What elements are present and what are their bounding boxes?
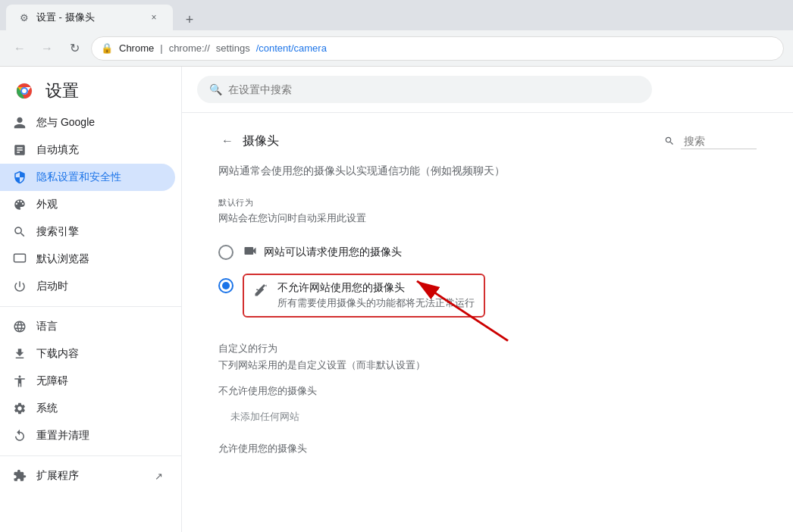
autofill-icon — [12, 142, 27, 158]
sidebar-item-label: 默认浏览器 — [36, 252, 89, 266]
sidebar-item-label: 扩展程序 — [36, 469, 79, 483]
default-behavior-section: 默认行为 网站会在您访问时自动采用此设置 网站可以请求使用您的摄像头 — [218, 197, 757, 324]
sidebar-item-default-browser[interactable]: 默认浏览器 — [0, 246, 175, 273]
allowed-sites-title: 允许使用您的摄像头 — [218, 442, 757, 455]
settings-search-box[interactable]: 🔍 — [197, 76, 652, 103]
camera-description: 网站通常会使用您的摄像头以实现通信功能（例如视频聊天） — [218, 163, 757, 179]
tab-title: 设置 - 摄像头 — [36, 11, 141, 24]
languages-icon — [12, 319, 27, 334]
default-browser-icon — [12, 252, 27, 267]
allowed-sites-section: 允许使用您的摄像头 — [218, 442, 757, 455]
sidebar-item-google-account[interactable]: 您与 Google — [0, 109, 175, 136]
privacy-icon — [12, 170, 27, 185]
sidebar-item-extensions[interactable]: 扩展程序 ↗ — [0, 462, 175, 490]
sidebar-item-system[interactable]: 系统 — [0, 395, 175, 422]
blocked-sites-title: 不允许使用您的摄像头 — [218, 384, 757, 398]
block-option-box: 不允许网站使用您的摄像头 所有需要使用摄像头的功能都将无法正常运行 — [243, 274, 485, 318]
custom-behavior-title: 自定义的行为 — [218, 342, 757, 355]
sidebar-item-label: 重置并清理 — [36, 429, 89, 443]
sidebar-item-label: 隐私设置和安全性 — [36, 171, 121, 184]
camera-page-title: 摄像头 — [243, 133, 279, 149]
sidebar-item-label: 您与 Google — [36, 116, 95, 130]
camera-search-icon — [664, 136, 675, 146]
default-behavior-title: 默认行为 — [218, 197, 757, 208]
sidebar-item-search[interactable]: 搜索引擎 — [0, 218, 175, 246]
allow-option[interactable]: 网站可以请求使用您的摄像头 — [218, 237, 757, 268]
camera-page-header: ← 摄像头 — [218, 131, 757, 151]
settings-sidebar-title: 设置 — [45, 80, 79, 102]
sidebar-item-reset[interactable]: 重置并清理 — [0, 422, 175, 449]
external-link-icon: ↗ — [155, 471, 163, 482]
url-separator: | — [160, 42, 162, 54]
active-tab[interactable]: ⚙ 设置 - 摄像头 × — [6, 5, 173, 30]
sidebar-item-startup[interactable]: 启动时 — [0, 273, 175, 300]
settings-topbar: 🔍 — [182, 67, 793, 113]
custom-behavior-section: 自定义的行为 下列网站采用的是自定义设置（而非默认设置） 不允许使用您的摄像头 … — [218, 342, 757, 455]
sidebar-header: 设置 — [0, 67, 181, 109]
camera-search-area — [664, 133, 757, 149]
sidebar-item-label: 语言 — [36, 320, 58, 333]
url-scheme: chrome:// — [169, 42, 210, 54]
camera-content: ← 摄像头 网站通常会使用您的摄像头以实现通信功能（例如视频聊天） 默认行为 网… — [182, 113, 793, 480]
browser-body: 设置 您与 Google 自动填充 — [0, 67, 793, 532]
sidebar-scroll-wrapper: 您与 Google 自动填充 隐私设置和安全性 — [0, 109, 181, 490]
person-icon — [12, 115, 27, 130]
settings-sidebar: 设置 您与 Google 自动填充 — [0, 67, 182, 532]
sidebar-item-label: 下载内容 — [36, 347, 79, 361]
custom-behavior-subtitle: 下列网站采用的是自定义设置（而非默认设置） — [218, 358, 757, 372]
block-radio[interactable] — [218, 278, 234, 293]
block-radio-wrapper — [218, 277, 234, 293]
sidebar-divider-2 — [0, 455, 181, 456]
tab-favicon: ⚙ — [18, 11, 30, 23]
forward-button[interactable]: → — [36, 38, 58, 59]
camera-block-icon — [253, 283, 268, 301]
appearance-icon — [12, 197, 27, 212]
block-option-content: 不允许网站使用您的摄像头 所有需要使用摄像头的功能都将无法正常运行 — [277, 281, 475, 310]
sidebar-item-label: 无障碍 — [36, 374, 68, 388]
settings-main-wrapper: 🔍 ← 摄像头 网站通常会使用您的摄 — [182, 67, 793, 532]
extensions-icon — [12, 468, 27, 483]
svg-rect-4 — [14, 254, 26, 262]
sidebar-item-privacy[interactable]: 隐私设置和安全性 — [0, 164, 175, 191]
url-bar[interactable]: 🔒 Chrome | chrome://settings/content/cam… — [91, 36, 784, 61]
sidebar-item-accessibility[interactable]: 无障碍 — [0, 368, 175, 395]
default-behavior-subtitle: 网站会在您访问时自动采用此设置 — [218, 211, 757, 225]
system-icon — [12, 401, 27, 416]
sidebar-item-label: 启动时 — [36, 280, 68, 293]
sidebar-item-languages[interactable]: 语言 — [0, 313, 175, 340]
sidebar-item-label: 系统 — [36, 402, 58, 415]
sidebar-item-appearance[interactable]: 外观 — [0, 191, 175, 218]
downloads-icon — [12, 346, 27, 361]
url-origin: Chrome — [119, 42, 154, 54]
blocked-sites-empty: 未添加任何网站 — [230, 404, 757, 430]
sidebar-item-label: 外观 — [36, 198, 58, 211]
reset-icon — [12, 428, 27, 443]
search-icon: 🔍 — [209, 83, 222, 95]
address-bar: ← → ↻ 🔒 Chrome | chrome://settings/conte… — [0, 30, 793, 67]
camera-allow-icon — [243, 243, 258, 261]
block-option-row[interactable]: 不允许网站使用您的摄像头 所有需要使用摄像头的功能都将无法正常运行 — [218, 268, 757, 324]
url-path-highlight: /content/camera — [256, 42, 327, 54]
new-tab-button[interactable]: + — [179, 9, 200, 30]
allow-radio[interactable] — [218, 245, 234, 260]
settings-search-input[interactable] — [228, 83, 640, 95]
sidebar-item-label: 自动填充 — [36, 143, 79, 157]
allow-radio-content: 网站可以请求使用您的摄像头 — [243, 243, 402, 261]
block-option-subtitle: 所有需要使用摄像头的功能都将无法正常运行 — [277, 296, 475, 310]
sidebar-item-autofill[interactable]: 自动填充 — [0, 136, 175, 164]
radio-inner — [222, 282, 230, 289]
camera-search-input[interactable] — [681, 133, 757, 149]
accessibility-icon — [12, 374, 27, 389]
search-engine-icon — [12, 224, 27, 239]
camera-back-button[interactable]: ← — [218, 131, 237, 151]
url-path-prefix: settings — [216, 42, 250, 54]
block-option-title: 不允许网站使用您的摄像头 — [277, 281, 475, 295]
startup-icon — [12, 279, 27, 294]
tab-close-button[interactable]: × — [147, 11, 161, 24]
refresh-button[interactable]: ↻ — [64, 38, 85, 59]
sidebar-item-label: 搜索引擎 — [36, 225, 79, 239]
allow-option-label: 网站可以请求使用您的摄像头 — [264, 246, 402, 259]
sidebar-divider — [0, 306, 181, 307]
sidebar-item-downloads[interactable]: 下载内容 — [0, 340, 175, 368]
back-button[interactable]: ← — [9, 38, 30, 59]
